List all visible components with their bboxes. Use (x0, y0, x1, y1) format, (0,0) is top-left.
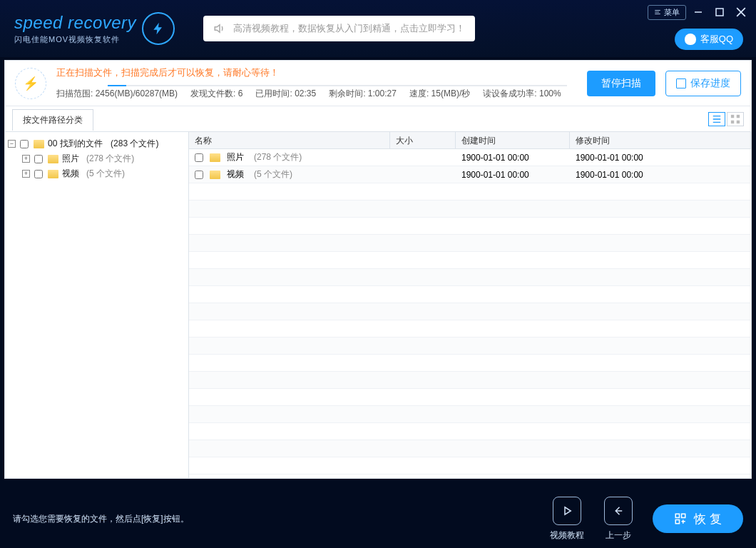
footer-hint: 请勾选您需要恢复的文件，然后点[恢复]按钮。 (13, 513, 189, 525)
empty-row (189, 355, 751, 372)
bolt-icon (142, 12, 175, 45)
pause-scan-button[interactable]: 暂停扫描 (587, 71, 655, 96)
empty-row (189, 201, 751, 218)
tutorial-button[interactable]: 视频教程 (550, 497, 584, 542)
svg-rect-2 (737, 114, 740, 117)
tree-root-count: (283 个文件) (111, 138, 158, 150)
logo-subtitle: 闪电佳能MOV视频恢复软件 (14, 34, 136, 45)
row-count: (278 个文件) (254, 151, 302, 163)
recover-label: 恢 复 (694, 511, 722, 527)
svg-rect-6 (676, 514, 680, 517)
svg-rect-0 (716, 9, 723, 16)
col-name[interactable]: 名称 (189, 132, 390, 148)
empty-row (189, 269, 751, 286)
tree-node-photos[interactable]: + 照片 (278 个文件) (8, 151, 185, 166)
svg-rect-7 (682, 514, 685, 517)
row-checkbox[interactable] (195, 171, 203, 179)
close-button[interactable] (732, 4, 750, 20)
menu-icon (654, 9, 661, 16)
save-label: 保存进度 (690, 77, 730, 90)
empty-row (189, 218, 751, 235)
scan-status-panel: ⚡ 正在扫描文件，扫描完成后才可以恢复，请耐心等待！ 扫描范围: 2456(MB… (4, 60, 752, 132)
scan-stats: 扫描范围: 2456(MB)/60287(MB) 发现文件数: 6 已用时间: … (56, 88, 577, 100)
empty-row (189, 406, 751, 423)
save-icon (676, 78, 686, 88)
svg-rect-1 (731, 114, 734, 117)
back-icon (612, 504, 625, 517)
grid-header: 名称 大小 创建时间 修改时间 (189, 132, 751, 149)
empty-row (189, 235, 751, 252)
col-mtime[interactable]: 修改时间 (570, 132, 751, 148)
back-button[interactable]: 上一步 (604, 497, 633, 542)
recover-icon (674, 512, 687, 525)
table-row[interactable]: 视频(5 个文件)1900-01-01 00:001900-01-01 00:0… (189, 166, 751, 183)
customer-service-button[interactable]: 客服QQ (675, 29, 743, 50)
row-checkbox[interactable] (195, 153, 203, 162)
recover-button[interactable]: 恢 复 (653, 504, 743, 533)
svg-rect-4 (737, 120, 740, 123)
file-grid: 名称 大小 创建时间 修改时间 照片(278 个文件)1900-01-01 00… (189, 132, 751, 478)
tree-photos-count: (278 个文件) (86, 153, 134, 165)
tree-root-label: 00 找到的文件 (48, 138, 103, 150)
save-progress-button[interactable]: 保存进度 (665, 71, 741, 96)
scan-progress-bar (108, 85, 567, 86)
empty-row (189, 183, 751, 201)
svg-rect-8 (676, 520, 680, 524)
folder-icon (48, 155, 58, 163)
row-name: 照片 (227, 151, 244, 163)
play-icon (561, 504, 573, 517)
back-label: 上一步 (606, 529, 631, 542)
empty-row (189, 303, 751, 320)
scan-spinner-icon: ⚡ (15, 68, 46, 99)
empty-row (189, 252, 751, 269)
empty-row (189, 423, 751, 440)
view-list-button[interactable] (708, 112, 725, 126)
app-logo: speed recovery 闪电佳能MOV视频恢复软件 (9, 13, 136, 45)
col-ctime[interactable]: 创建时间 (456, 132, 570, 148)
tutorial-label: 视频教程 (550, 529, 584, 542)
folder-icon (210, 171, 220, 179)
folder-icon (210, 153, 220, 162)
menu-button[interactable]: 菜单 (648, 5, 686, 20)
svg-rect-3 (731, 120, 734, 123)
tab-by-path[interactable]: 按文件路径分类 (12, 109, 93, 131)
qq-label: 客服QQ (700, 33, 733, 46)
empty-row (189, 338, 751, 355)
qq-icon (685, 34, 696, 45)
col-size[interactable]: 大小 (390, 132, 456, 148)
tree-videos-label: 视频 (62, 168, 79, 180)
row-ctime: 1900-01-01 00:00 (456, 170, 570, 180)
scan-message: 正在扫描文件，扫描完成后才可以恢复，请耐心等待！ (56, 66, 577, 79)
menu-label: 菜单 (664, 7, 680, 18)
row-ctime: 1900-01-01 00:00 (456, 153, 570, 163)
collapse-icon[interactable]: − (8, 140, 16, 148)
view-grid-button[interactable] (727, 112, 744, 126)
svg-marker-5 (565, 507, 571, 514)
speaker-icon (213, 22, 226, 35)
expand-icon[interactable]: + (22, 170, 30, 178)
folder-tree[interactable]: − 00 找到的文件 (283 个文件) + 照片 (278 个文件) + 视频… (5, 132, 189, 478)
row-name: 视频 (227, 168, 244, 181)
tree-root-checkbox[interactable] (20, 140, 29, 148)
folder-icon (34, 140, 44, 148)
empty-row (189, 440, 751, 457)
row-count: (5 个文件) (254, 168, 292, 181)
expand-icon[interactable]: + (22, 155, 30, 163)
tree-videos-count: (5 个文件) (86, 168, 125, 180)
tree-photos-label: 照片 (62, 153, 79, 165)
tree-node-videos[interactable]: + 视频 (5 个文件) (8, 166, 185, 181)
row-mtime: 1900-01-01 00:00 (570, 170, 751, 180)
promo-banner[interactable]: 高清视频教程，数据恢复从入门到精通，点击立即学习！ (203, 16, 475, 41)
empty-row (189, 389, 751, 406)
logo-title: speed recovery (14, 13, 136, 33)
empty-row (189, 372, 751, 389)
tree-videos-checkbox[interactable] (34, 170, 43, 178)
table-row[interactable]: 照片(278 个文件)1900-01-01 00:001900-01-01 00… (189, 149, 751, 166)
row-mtime: 1900-01-01 00:00 (570, 153, 751, 163)
empty-row (189, 286, 751, 303)
maximize-button[interactable] (710, 4, 729, 20)
folder-icon (48, 170, 58, 178)
tree-root[interactable]: − 00 找到的文件 (283 个文件) (8, 136, 185, 151)
minimize-button[interactable] (689, 4, 708, 20)
tree-photos-checkbox[interactable] (34, 155, 43, 163)
